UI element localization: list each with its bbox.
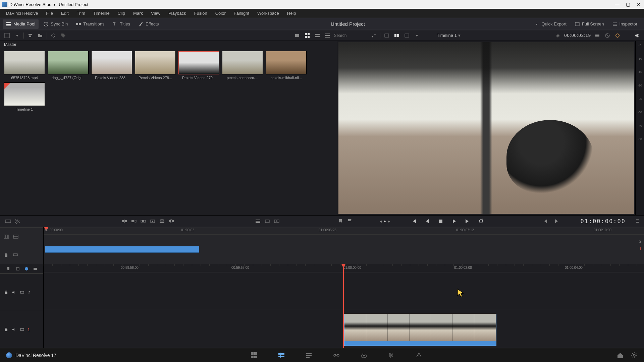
viewer-menu-icon[interactable] [403,32,411,39]
media-item[interactable]: Timeline 1 [4,82,45,111]
record-icon[interactable]: ◉ [554,32,561,39]
minimize-button[interactable]: — [614,1,621,8]
search-input[interactable] [334,33,367,38]
sync-track-icon[interactable] [13,252,19,258]
single-viewer-icon[interactable] [383,32,390,39]
gear-icon[interactable] [631,352,638,359]
play-button[interactable] [450,218,458,225]
timeline-mode-b-icon[interactable] [13,234,19,240]
effects-button[interactable]: Effects [135,19,162,29]
fairlight-page-icon[interactable] [388,352,395,359]
append-icon[interactable] [131,218,137,224]
menu-davinci-resolve[interactable]: DaVinci Resolve [3,9,41,17]
tools-icon[interactable] [255,218,261,224]
chevron-down-icon[interactable]: ▾ [413,32,421,39]
menu-fairlight[interactable]: Fairlight [230,9,253,17]
import-icon[interactable] [26,32,34,39]
track-number[interactable]: 2 [28,290,30,295]
audio-trim-dot[interactable] [25,267,28,270]
media-pool-button[interactable]: Media Pool [3,19,39,29]
menu-edit[interactable]: Edit [58,9,72,17]
menu-color[interactable]: Color [212,9,229,17]
marker-tool-icon[interactable] [15,266,20,271]
dual-viewer-icon[interactable] [393,32,400,39]
list-view-icon[interactable] [324,32,331,39]
upper-timeline-tracks[interactable]: 01:00:00:0001:00:0201:00:05:2301:00:07:1… [44,227,644,264]
next-button[interactable] [464,218,471,225]
menu-mark[interactable]: Mark [130,9,146,17]
timeline-clip[interactable] [344,314,496,346]
media-item[interactable]: 657518728.mp4 [4,51,45,80]
timeline-mode-a-icon[interactable] [3,234,9,240]
media-item[interactable]: Pexels Videos 288... [91,51,132,80]
home-icon[interactable] [616,352,624,359]
media-item[interactable]: Pexels Videos 278... [135,51,176,80]
bypass-icon[interactable] [604,32,611,39]
bin-name[interactable]: Master [0,41,337,48]
lock-icon[interactable] [3,290,9,295]
prev-edit-button[interactable] [542,218,549,225]
strip-view-icon[interactable] [314,32,321,39]
viewer-image[interactable] [338,42,634,214]
marker-icon[interactable] [337,218,343,224]
close-button[interactable]: ✕ [635,1,642,8]
chevron-down-icon[interactable]: ▾ [13,32,21,39]
menu-playback[interactable]: Playback [165,9,190,17]
stop-button[interactable] [437,218,444,225]
timeline-name[interactable]: Timeline 1 ▾ [437,33,460,38]
close-up-icon[interactable] [150,218,156,224]
video-only-icon[interactable] [33,266,38,271]
playhead[interactable] [343,264,344,348]
full-screen-button[interactable]: Full Screen [571,19,607,29]
mute-icon[interactable] [11,290,17,295]
timeline-clip[interactable] [45,246,199,253]
mute-icon[interactable] [11,327,17,332]
snap-icon[interactable] [6,266,11,271]
lower-timeline-tracks[interactable]: 00:59:56:0000:59:58:0001:00:00:0001:00:0… [44,264,644,348]
menu-fusion[interactable]: Fusion [191,9,211,17]
ripple-overwrite-icon[interactable] [140,218,146,224]
lock-icon[interactable] [3,327,9,332]
maximize-button[interactable]: ▢ [625,1,631,8]
main-timecode[interactable]: 01:00:00:00 [580,218,626,225]
cut-icon[interactable] [274,218,280,224]
lock-track-icon[interactable] [3,252,9,258]
menu-file[interactable]: File [43,9,56,17]
split-clip-icon[interactable] [15,218,21,224]
menu-view[interactable]: View [148,9,164,17]
deliver-page-icon[interactable] [415,352,423,359]
media-item[interactable]: Pexels Videos 279... [178,51,219,80]
loop-button[interactable] [477,218,485,225]
media-item[interactable]: pexels-mikhail-nil... [266,51,307,80]
bin-view-icon[interactable] [3,32,11,39]
refresh-icon[interactable] [50,32,57,39]
sort-icon[interactable] [370,32,377,39]
transitions-button[interactable]: Transitions [72,19,108,29]
menu-help[interactable]: Help [284,9,300,17]
inspector-button[interactable]: Inspector [609,19,641,29]
next-edit-button[interactable] [553,218,560,225]
quick-export-button[interactable]: Quick Export [531,19,570,29]
edit-page-icon[interactable] [305,352,313,359]
folder-icon[interactable] [37,32,44,39]
media-item[interactable]: dog_-_4727 (Origi... [48,51,89,80]
flags-icon[interactable] [347,218,353,224]
source-overwrite-icon[interactable] [168,218,174,224]
fusion-page-icon[interactable] [333,352,340,359]
titles-button[interactable]: TTitles [109,19,133,29]
viewer-tool-icon[interactable] [594,32,601,39]
boring-detector-icon[interactable] [5,218,11,225]
place-on-top-icon[interactable] [159,218,165,224]
jog-control[interactable]: ◂●▸ [380,219,390,224]
track-number[interactable]: 1 [28,327,30,332]
smart-insert-icon[interactable] [121,218,127,224]
track-enable-icon[interactable] [19,327,25,332]
first-frame-button[interactable] [410,218,418,225]
timecode-menu-icon[interactable]: ☰ [636,219,639,224]
menu-timeline[interactable]: Timeline [90,9,113,17]
prev-button[interactable] [424,218,431,225]
thumbnail-view-icon[interactable] [304,32,311,39]
media-item[interactable]: pexels-cottonbro-... [222,51,263,80]
tag-icon[interactable] [60,32,67,39]
menu-clip[interactable]: Clip [114,9,128,17]
